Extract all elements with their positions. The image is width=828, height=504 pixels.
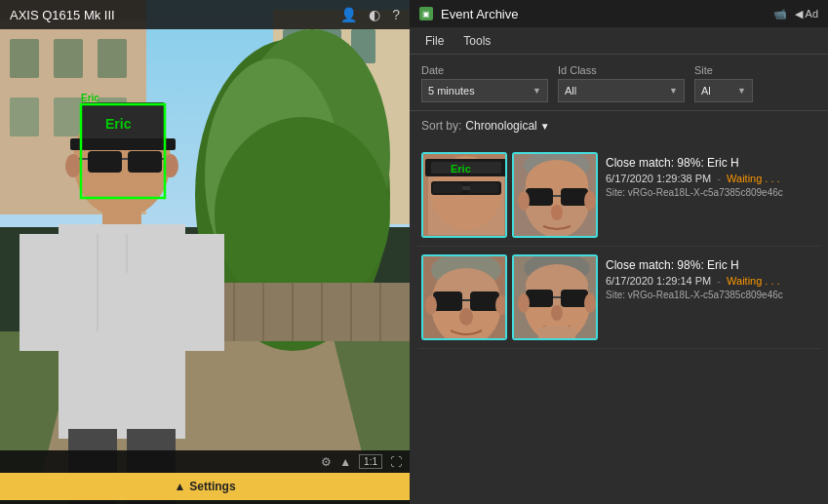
event-match-text-2: Close match: 98%: Eric H: [606, 258, 816, 272]
svg-rect-4: [10, 97, 39, 136]
thumbnail-4: [512, 254, 598, 340]
chevron-down-icon-2: ▼: [669, 86, 678, 96]
titlebar-right: 📹 ◀ Ad: [773, 8, 818, 20]
svg-rect-87: [526, 290, 553, 307]
settings-bar[interactable]: ▲ Settings: [0, 473, 410, 500]
filter-idclass-label: Id Class: [558, 64, 685, 76]
event-info: Close match: 98%: Eric H 6/17/2020 1:29:…: [606, 152, 816, 198]
event-titlebar: ▣ Event Archive 📹 ◀ Ad: [410, 0, 828, 27]
event-date: 6/17/2020 1:29:38 PM: [606, 173, 711, 184]
thumbnail-3: [421, 254, 507, 340]
settings-icon[interactable]: ⚙: [321, 455, 332, 469]
filter-date-select[interactable]: 5 minutes ▼: [421, 79, 548, 102]
svg-rect-64: [561, 188, 588, 206]
svg-point-81: [425, 295, 437, 315]
filter-idclass-value: All: [565, 85, 576, 97]
settings-arrow: ▲: [174, 480, 185, 493]
thumb-svg-1: Eric: [423, 154, 507, 238]
svg-point-80: [459, 308, 473, 326]
brightness-icon[interactable]: ◐: [369, 7, 380, 22]
svg-rect-32: [180, 234, 224, 351]
sort-by-label: Sort by:: [421, 119, 461, 133]
event-title-icon: ▣: [419, 7, 433, 20]
svg-rect-76: [470, 291, 499, 311]
svg-rect-55: [462, 186, 470, 190]
svg-point-70: [584, 191, 596, 211]
camera-icons: 👤 ◐ ?: [340, 7, 400, 22]
camera-controls: ⚙ ▲ 1:1 ⛶: [0, 450, 410, 473]
separator-2: -: [717, 275, 724, 287]
svg-rect-2: [54, 39, 83, 78]
svg-point-95: [584, 293, 596, 313]
ratio-button[interactable]: 1:1: [359, 454, 382, 469]
event-site-2: Site: vRGo-Rea18L-X-c5a7385c809e46c: [606, 290, 791, 300]
camera-button[interactable]: 📹: [773, 8, 787, 20]
svg-point-92: [551, 305, 563, 321]
filter-date-value: 5 minutes: [428, 85, 475, 97]
filter-idclass-group: Id Class All ▼: [558, 64, 685, 102]
svg-rect-53: [433, 183, 462, 193]
event-datetime-2: 6/17/2020 1:29:14 PM - Waiting . . .: [606, 275, 816, 287]
thumb-svg-4: [514, 256, 598, 340]
chevron-down-icon: ▼: [532, 86, 541, 96]
event-thumbnails-2: [421, 254, 598, 340]
menu-file[interactable]: File: [417, 30, 452, 52]
separator: -: [717, 173, 724, 184]
event-datetime: 6/17/2020 1:29:38 PM - Waiting . . .: [606, 173, 816, 184]
event-match-text: Close match: 98%: Eric H: [606, 156, 816, 170]
fullscreen-icon[interactable]: ⛶: [390, 455, 402, 469]
svg-rect-63: [526, 188, 553, 206]
filter-row: Date 5 minutes ▼ Id Class All ▼ Site Al …: [421, 64, 816, 102]
svg-rect-1: [10, 39, 39, 78]
svg-rect-28: [59, 224, 185, 439]
svg-rect-45: [70, 138, 176, 150]
svg-point-94: [518, 293, 530, 313]
event-item[interactable]: Close match: 98%: Eric H 6/17/2020 1:29:…: [417, 247, 820, 349]
scene-background: Eric Eric: [0, 0, 410, 504]
thumb-svg-2: [514, 154, 598, 238]
settings-label: ▲ Settings: [174, 480, 235, 493]
event-status: Waiting . . .: [727, 173, 780, 184]
svg-point-68: [551, 205, 563, 220]
svg-rect-31: [20, 234, 63, 351]
svg-text:Eric: Eric: [105, 116, 132, 132]
filter-date-label: Date: [421, 64, 548, 76]
svg-point-82: [495, 295, 507, 315]
filter-site-label: Site: [694, 64, 753, 76]
svg-rect-3: [98, 39, 127, 78]
help-icon[interactable]: ?: [392, 7, 400, 22]
thumbnail-hat: Eric: [421, 152, 507, 238]
svg-rect-38: [128, 151, 162, 173]
menu-tools[interactable]: Tools: [455, 30, 498, 52]
expand-icon[interactable]: ▲: [339, 455, 351, 469]
svg-rect-88: [561, 290, 588, 307]
thumb-svg-3: [423, 256, 507, 340]
svg-rect-37: [88, 151, 122, 173]
filter-site-select[interactable]: Al ▼: [694, 79, 753, 102]
chevron-down-icon-3: ▼: [737, 86, 746, 96]
event-menubar: File Tools: [410, 27, 828, 55]
camera-title: AXIS Q1615 Mk III: [10, 8, 115, 22]
svg-text:Eric: Eric: [451, 163, 471, 174]
filter-date-group: Date 5 minutes ▼: [421, 64, 548, 102]
svg-rect-54: [469, 183, 498, 193]
event-list: Eric: [410, 140, 828, 504]
svg-point-42: [65, 154, 81, 177]
filter-site-group: Site Al ▼: [694, 64, 753, 102]
camera-header: AXIS Q1615 Mk III 👤 ◐ ?: [0, 0, 410, 29]
thumbnail-face: [512, 152, 598, 238]
sort-value[interactable]: Chronological ▼: [465, 119, 549, 133]
event-thumbnails: Eric: [421, 152, 598, 238]
titlebar-ad[interactable]: ◀ Ad: [795, 8, 818, 20]
event-site: Site: vRGo-Rea18L-X-c5a7385c809e46c: [606, 187, 791, 198]
camera-footer: ⚙ ▲ 1:1 ⛶ ▲ Settings: [0, 450, 410, 504]
person-icon[interactable]: 👤: [340, 7, 357, 22]
svg-rect-93: [538, 327, 575, 340]
scene-svg: Eric Eric: [0, 0, 410, 504]
event-item[interactable]: Eric: [417, 144, 820, 247]
chevron-down-icon-sort: ▼: [540, 121, 550, 132]
sort-bar: Sort by: Chronological ▼: [410, 111, 828, 140]
filter-idclass-select[interactable]: All ▼: [558, 79, 685, 102]
svg-rect-75: [433, 291, 462, 311]
event-archive-panel: ▣ Event Archive 📹 ◀ Ad File Tools Date 5…: [410, 0, 828, 504]
